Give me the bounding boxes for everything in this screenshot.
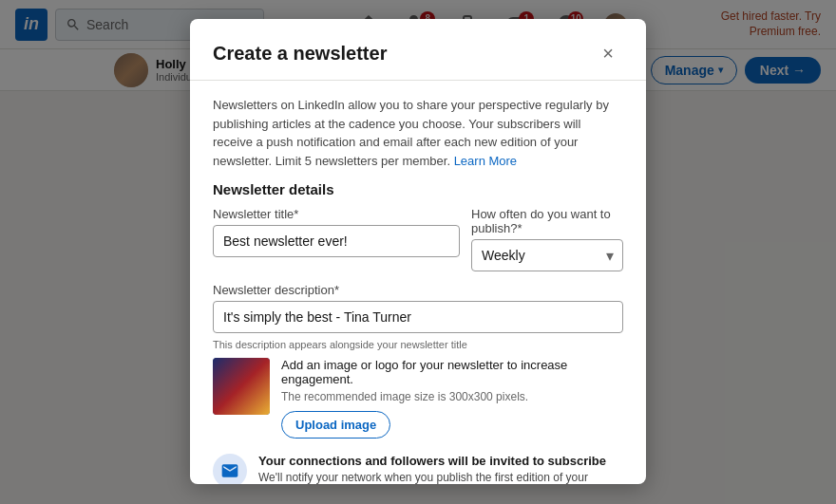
title-label: Newsletter title* <box>213 207 460 221</box>
modal-header: Create a newsletter × <box>190 19 646 81</box>
learn-more-link-intro[interactable]: Learn More <box>454 154 517 168</box>
connections-icon-container <box>213 454 247 484</box>
newsletter-title-input[interactable] <box>213 225 460 257</box>
frequency-field-group: How often do you want to publish?* Weekl… <box>471 207 623 271</box>
frequency-select-wrapper: Weekly Daily Biweekly Monthly <box>471 239 623 271</box>
image-upload-title: Add an image or logo for your newsletter… <box>281 358 623 386</box>
upload-image-button[interactable]: Upload image <box>281 411 390 439</box>
image-preview-inner <box>213 358 270 415</box>
image-upload-content: Add an image or logo for your newsletter… <box>281 358 623 439</box>
description-hint: This description appears alongside your … <box>213 339 623 350</box>
info-item-connections: Your connections and followers will be i… <box>213 454 623 484</box>
intro-text: Newsletters on LinkedIn allow you to sha… <box>213 96 623 170</box>
newsletter-details-section-title: Newsletter details <box>213 181 623 197</box>
newsletter-description-input[interactable] <box>213 301 623 333</box>
envelope-icon <box>220 461 239 480</box>
modal-title: Create a newsletter <box>213 43 387 65</box>
create-newsletter-modal: Create a newsletter × Newsletters on Lin… <box>190 19 646 484</box>
description-field-group: Newsletter description* This description… <box>213 283 623 350</box>
connections-desc: We'll notify your network when you publi… <box>258 470 623 484</box>
image-upload-section: Add an image or logo for your newsletter… <box>213 358 623 439</box>
connections-text-block: Your connections and followers will be i… <box>258 454 623 484</box>
frequency-select[interactable]: Weekly Daily Biweekly Monthly <box>471 239 623 271</box>
image-preview <box>213 358 270 415</box>
close-modal-button[interactable]: × <box>593 38 623 68</box>
modal-body: Newsletters on LinkedIn allow you to sha… <box>190 81 646 484</box>
description-label: Newsletter description* <box>213 283 623 297</box>
image-upload-hint: The recommended image size is 300x300 pi… <box>281 390 623 403</box>
title-field-group: Newsletter title* <box>213 207 460 257</box>
frequency-label: How often do you want to publish?* <box>471 207 623 235</box>
title-frequency-row: Newsletter title* How often do you want … <box>213 207 623 271</box>
connections-title: Your connections and followers will be i… <box>258 454 623 468</box>
modal-overlay: Create a newsletter × Newsletters on Lin… <box>0 0 836 504</box>
